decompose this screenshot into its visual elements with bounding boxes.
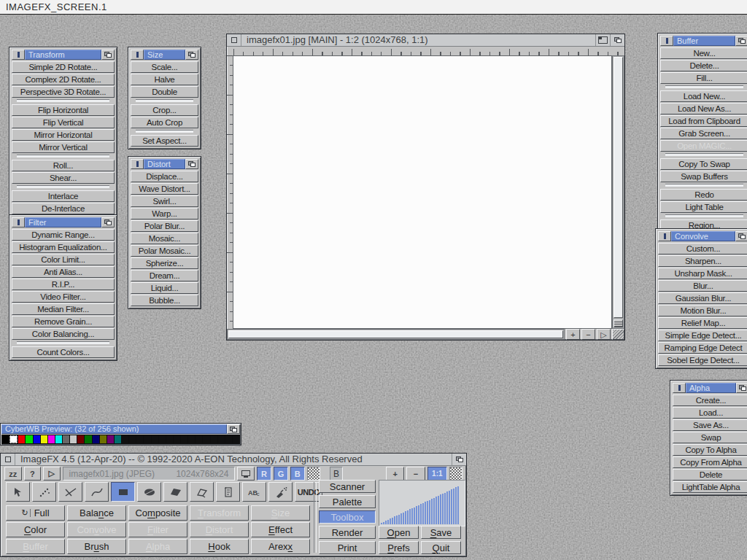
palette-swatch[interactable] — [34, 435, 40, 443]
panel-distort-button[interactable]: Dream... — [131, 270, 198, 281]
vertical-scroll-thumb[interactable] — [614, 57, 623, 318]
panel-buffer-button[interactable]: Delete... — [660, 60, 747, 71]
sleep-button[interactable]: zz — [4, 467, 22, 481]
red-channel-button[interactable]: R — [257, 467, 271, 481]
panel-distort-button[interactable]: Swirl... — [131, 195, 198, 207]
panel-transform-button[interactable]: Interlace — [12, 190, 115, 202]
green-channel-button[interactable]: G — [274, 467, 288, 481]
side-button-palette[interactable]: Palette — [319, 495, 376, 508]
panel-transform-button[interactable]: Complex 2D Rotate... — [12, 74, 115, 85]
brush-page-tool-button[interactable] — [216, 482, 240, 502]
palette-swatch[interactable] — [218, 435, 225, 443]
panel-distort-button[interactable]: Bubble... — [131, 295, 198, 306]
toolbar-titlebar[interactable]: ImageFX 4.5 (12-Apr-20) -- © 1992-2020 A… — [1, 454, 466, 466]
panel-buffer-button[interactable]: New... — [660, 47, 747, 59]
panel-size-button[interactable]: Halve — [131, 74, 198, 85]
panel-convolve-button[interactable]: Simple Edge Detect... — [658, 330, 747, 341]
curve-tool-button[interactable] — [85, 482, 109, 502]
depth-icon[interactable] — [610, 34, 624, 46]
palette-swatch[interactable] — [107, 435, 114, 443]
panel-transform-button[interactable]: De-Interlace — [12, 203, 115, 214]
depth-icon[interactable] — [185, 50, 198, 60]
panel-convolve-button[interactable]: Unsharp Mask... — [658, 268, 747, 279]
panel-size-button[interactable]: Set Aspect... — [131, 135, 198, 147]
panel-convolve-button[interactable]: Ramping Edge Detect — [658, 342, 747, 354]
oval-tool-button[interactable] — [137, 482, 161, 502]
grid-button-arexx[interactable]: Arexx — [251, 539, 310, 554]
palette-swatch[interactable] — [166, 435, 173, 443]
panel-titlebar[interactable]: Alpha — [673, 383, 747, 393]
panel-distort-button[interactable]: Spherize... — [131, 257, 198, 269]
close-icon[interactable] — [658, 231, 671, 241]
dither-swatch-icon[interactable] — [307, 467, 320, 481]
palette-swatch[interactable] — [9, 435, 18, 443]
palette-swatch[interactable] — [203, 435, 209, 443]
panel-size-button[interactable]: Scale... — [131, 61, 198, 73]
panel-filter-button[interactable]: Remove Grain... — [12, 316, 115, 327]
panel-convolve-button[interactable]: Blur... — [658, 280, 747, 292]
depth-icon[interactable] — [101, 217, 115, 228]
text-tool-button[interactable]: AB c — [242, 482, 266, 502]
panel-distort-button[interactable]: Mosaic... — [131, 233, 198, 244]
palette-swatch[interactable] — [181, 435, 187, 443]
close-icon[interactable] — [12, 50, 25, 60]
panel-filter-button[interactable]: R.I.P... — [12, 279, 115, 290]
panel-alpha-button[interactable]: Delete — [673, 469, 747, 481]
panel-titlebar[interactable]: Buffer — [660, 36, 747, 46]
panel-alpha-button[interactable]: Save As... — [673, 419, 747, 431]
side-button-scanner[interactable]: Scanner — [319, 480, 376, 493]
panel-convolve-button[interactable]: Motion Blur... — [658, 305, 747, 316]
play-button[interactable]: ▷ — [43, 467, 61, 481]
side-button-render[interactable]: Render — [319, 526, 376, 539]
side-button-toolbox[interactable]: Toolbox — [319, 510, 376, 524]
vertical-scrollbar[interactable] — [612, 55, 624, 329]
palette-swatch[interactable] — [136, 435, 143, 443]
panel-buffer-button[interactable]: Load New As... — [660, 103, 747, 114]
panel-transform-button[interactable]: Perspective 3D Rotate... — [12, 86, 115, 98]
pattern-button[interactable] — [449, 467, 462, 481]
panel-filter-button[interactable]: Color Balancing... — [12, 328, 115, 340]
panel-alpha-button[interactable]: Swap — [673, 432, 747, 443]
prefs-button[interactable]: Prefs — [379, 541, 419, 554]
panel-alpha-button[interactable]: Create... — [673, 394, 747, 406]
panel-transform-button[interactable]: Simple 2D Rotate... — [12, 61, 115, 73]
palette-swatch[interactable] — [70, 435, 77, 443]
close-icon[interactable] — [1, 454, 15, 465]
panel-distort-button[interactable]: Polar Blur... — [131, 220, 198, 232]
close-icon[interactable] — [131, 50, 144, 60]
palette-swatch[interactable] — [2, 435, 9, 443]
palette-swatch[interactable] — [144, 435, 150, 443]
grid-button-effect[interactable]: Effect — [251, 522, 310, 537]
panel-buffer-button[interactable]: Fill... — [660, 72, 747, 84]
line-tool-button[interactable] — [58, 482, 82, 502]
panel-titlebar[interactable]: Size — [131, 50, 198, 60]
panel-distort-button[interactable]: Wave Distort... — [131, 183, 198, 195]
palette-swatch[interactable] — [225, 435, 232, 443]
depth-icon[interactable] — [185, 159, 198, 169]
zoom-in-button[interactable]: + — [386, 467, 404, 481]
horizontal-scrollbar[interactable] — [227, 329, 565, 340]
resize-corner-icon[interactable] — [612, 329, 624, 340]
panel-buffer-button[interactable]: Light Table — [660, 201, 747, 213]
panel-filter-button[interactable]: Median Filter... — [12, 303, 115, 315]
panel-filter-button[interactable]: Count Colors... — [12, 346, 115, 358]
grid-button-composite[interactable]: Composite — [128, 505, 187, 521]
palette-swatch[interactable] — [152, 435, 158, 443]
panel-titlebar[interactable]: Distort — [131, 159, 198, 169]
palette-swatch[interactable] — [77, 435, 84, 443]
palette-swatch[interactable] — [233, 435, 239, 443]
blue-channel-button[interactable]: B — [290, 467, 305, 481]
depth-icon[interactable] — [101, 50, 115, 60]
panel-convolve-button[interactable]: Gaussian Blur... — [658, 292, 747, 304]
panel-convolve-button[interactable]: Sobel Edge Detect... — [658, 354, 747, 366]
panel-size-button[interactable]: Double — [131, 86, 198, 98]
save-button[interactable]: Save — [421, 526, 461, 539]
panel-distort-button[interactable]: Warp... — [131, 208, 198, 219]
panel-transform-button[interactable]: Shear... — [12, 172, 115, 184]
panel-buffer-button[interactable]: Load from Clipboard — [660, 115, 747, 127]
grid-button-full[interactable]: ↻Full — [6, 505, 65, 521]
palette-swatch[interactable] — [115, 435, 121, 443]
palette-swatch[interactable] — [174, 435, 180, 443]
freehand-polygon-tool-button[interactable] — [190, 482, 214, 502]
palette-swatch[interactable] — [196, 435, 202, 443]
